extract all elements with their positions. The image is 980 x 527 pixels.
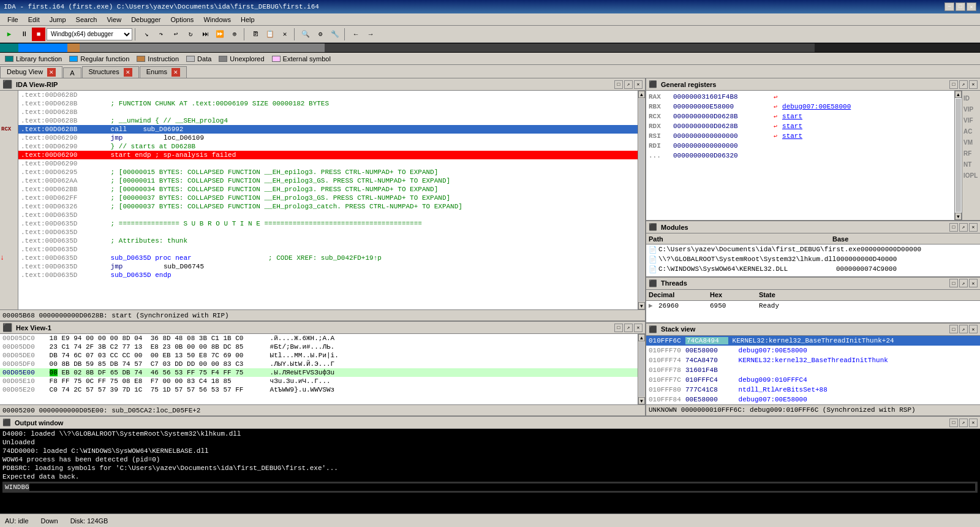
tab-debug-view[interactable]: Debug View ✕ bbox=[0, 66, 62, 78]
menu-help[interactable]: Help bbox=[236, 15, 260, 25]
reg-rcx[interactable]: RCX 0000000000D0628B ↩ start bbox=[649, 112, 952, 121]
code-line-9[interactable]: .text:00D06290 bbox=[18, 159, 638, 168]
code-line-5-selected[interactable]: .text:00D0628B call sub_D06992 bbox=[18, 125, 638, 134]
module-row-1[interactable]: 📄 C:\Users\yazev\Documents\ida\first_DEB… bbox=[646, 245, 980, 254]
toolbar-btn-5[interactable]: ⏭ bbox=[198, 28, 212, 41]
module-row-2[interactable]: 📄 \\?\GLOBALROOT\SystemRoot\System32\lhk… bbox=[646, 254, 980, 264]
code-line-3[interactable]: .text:00D0628B bbox=[18, 108, 638, 116]
mod-float-btn[interactable]: ↗ bbox=[959, 223, 968, 232]
tab-structures-close[interactable]: ✕ bbox=[124, 68, 132, 77]
toolbar-btn-14[interactable]: ← bbox=[349, 28, 363, 41]
code-line-7[interactable]: .text:00D06290 } // starts at D0628B bbox=[18, 142, 638, 151]
thr-float-btn[interactable]: ↗ bbox=[959, 279, 968, 287]
tab-enums-close[interactable]: ✕ bbox=[172, 68, 180, 77]
hex-line-5[interactable]: 00D05E00 08 EB 02 8B DF 65 DB 74 46 56 5… bbox=[0, 368, 638, 377]
stack-row-5[interactable]: 010FFF7C 010FFFC4 debug009:010FFFC4 bbox=[646, 375, 980, 385]
stack-row-1[interactable]: 010FFF6C 74CA8494 KERNEL32:kernel32_Base… bbox=[646, 336, 980, 346]
stack-float-btn[interactable]: ↗ bbox=[959, 325, 968, 333]
code-line-20[interactable]: .text:00D0635D sub_D0635D proc near ; CO… bbox=[18, 254, 638, 262]
reg-close-btn[interactable]: ✕ bbox=[969, 80, 978, 89]
reg-scroll-down[interactable]: ▼ bbox=[955, 213, 962, 220]
thr-restore-btn[interactable]: □ bbox=[949, 279, 958, 287]
rbx-link[interactable]: debug007:00E58000 bbox=[782, 103, 851, 110]
toolbar-btn-13[interactable]: 🔧 bbox=[328, 28, 342, 41]
code-line-12[interactable]: .text:00D062BB ; [00000034 BYTES: COLLAP… bbox=[18, 185, 638, 194]
hex-content[interactable]: 00D05DC0 18 E9 94 00 00 00 8D 04 36 8D 4… bbox=[0, 334, 645, 404]
hex-scroll-up[interactable]: ▲ bbox=[638, 334, 645, 341]
module-row-3[interactable]: 📄 C:\WINDOWS\SysWOW64\KERNEL32.DLL 00000… bbox=[646, 264, 980, 274]
code-line-14[interactable]: .text:00D06326 ; [00000037 BYTES: COLLAP… bbox=[18, 202, 638, 211]
rcx-link[interactable]: start bbox=[782, 113, 802, 120]
menu-search[interactable]: Search bbox=[71, 15, 102, 25]
pause-button[interactable]: ⏸ bbox=[17, 28, 31, 41]
reg-rsp[interactable]: ... 0000000000D06320 bbox=[649, 151, 952, 161]
code-line-2[interactable]: .text:00D0628B ; FUNCTION CHUNK AT .text… bbox=[18, 99, 638, 108]
ida-close-btn[interactable]: ✕ bbox=[634, 80, 643, 89]
toolbar-btn-8[interactable]: 🖹 bbox=[249, 28, 262, 41]
mod-restore-btn[interactable]: □ bbox=[949, 223, 958, 232]
hex-scrollbar[interactable]: ▲ ▼ bbox=[638, 334, 645, 404]
tab-structures[interactable]: Structures ✕ bbox=[82, 66, 139, 78]
hex-line-4[interactable]: 00D05DF0 00 8B DB 59 85 DB 74 57 C7 03 D… bbox=[0, 360, 638, 368]
scroll-down-btn[interactable]: ▼ bbox=[638, 302, 645, 309]
code-line-10[interactable]: .text:00D06295 ; [00000015 BYTES: COLLAP… bbox=[18, 168, 638, 176]
code-line-6[interactable]: .text:00D06290 jmp loc_D06109 bbox=[18, 134, 638, 142]
stack-row-2[interactable]: 010FFF70 00E58000 debug007:00E58000 bbox=[646, 346, 980, 355]
ida-view-scrollbar[interactable]: ▲ ▼ bbox=[638, 91, 645, 309]
hex-close-btn[interactable]: ✕ bbox=[634, 324, 643, 332]
code-line-19[interactable]: .text:00D0635D bbox=[18, 245, 638, 254]
step-into-button[interactable]: ↘ bbox=[140, 28, 153, 41]
out-restore-btn[interactable]: □ bbox=[949, 419, 958, 427]
code-line-18[interactable]: .text:00D0635D ; Attributes: thunk bbox=[18, 237, 638, 245]
reg-rdi[interactable]: RDI 0000000000000000 bbox=[649, 141, 952, 151]
hex-restore-btn[interactable]: □ bbox=[614, 324, 623, 332]
stack-row-7[interactable]: 010FFF84 00E58000 debug007:00E58000 bbox=[646, 395, 980, 404]
scroll-up-btn[interactable]: ▲ bbox=[638, 91, 645, 98]
rdx-link[interactable]: start bbox=[782, 123, 802, 130]
toolbar-btn-9[interactable]: 📋 bbox=[263, 28, 277, 41]
code-line-13[interactable]: .text:00D062FF ; [00000037 BYTES: COLLAP… bbox=[18, 194, 638, 202]
rsi-link[interactable]: start bbox=[782, 132, 802, 140]
code-line-17[interactable]: .text:00D0635D bbox=[18, 228, 638, 237]
maximize-button[interactable]: □ bbox=[956, 2, 965, 11]
reg-float-btn[interactable]: ↗ bbox=[959, 80, 968, 89]
scroll-thumb[interactable] bbox=[639, 99, 644, 301]
code-line-15[interactable]: .text:00D0635D bbox=[18, 211, 638, 219]
reg-rdx[interactable]: RDX 0000000000D0628B ↩ start bbox=[649, 121, 952, 131]
code-line-21[interactable]: .text:00D0635D jmp sub_D06745 bbox=[18, 262, 638, 271]
toolbar-btn-3[interactable]: ↩ bbox=[169, 28, 183, 41]
output-input[interactable] bbox=[29, 483, 975, 491]
code-line-4[interactable]: .text:00D0628B ; __unwind { // __SEH_pro… bbox=[18, 116, 638, 125]
code-line-11[interactable]: .text:00D062AA ; [00000011 BYTES: COLLAP… bbox=[18, 176, 638, 185]
menu-options[interactable]: Options bbox=[165, 15, 198, 25]
out-close-btn[interactable]: ✕ bbox=[969, 419, 978, 427]
ida-float-btn[interactable]: ↗ bbox=[624, 80, 633, 89]
stack-close-btn[interactable]: ✕ bbox=[969, 325, 978, 333]
stack-row-4[interactable]: 010FFF78 31601F4B bbox=[646, 365, 980, 375]
hex-float-btn[interactable]: ↗ bbox=[624, 324, 633, 332]
run-button[interactable]: ▶ bbox=[2, 28, 16, 41]
ida-restore-btn[interactable]: □ bbox=[614, 80, 623, 89]
toolbar-btn-10[interactable]: ✕ bbox=[278, 28, 292, 41]
reg-scroll-thumb[interactable] bbox=[956, 99, 961, 212]
mod-close-btn[interactable]: ✕ bbox=[969, 223, 978, 232]
hex-line-1[interactable]: 00D05DC0 18 E9 94 00 00 00 8D 04 36 8D 4… bbox=[0, 334, 638, 343]
step-over-button[interactable]: ↷ bbox=[154, 28, 168, 41]
thread-row-1[interactable]: ▶ 26960 6950 Ready bbox=[646, 301, 980, 311]
stack-row-6[interactable]: 010FFF80 777C41C8 ntdll_RtlAreBitsSet+88 bbox=[646, 385, 980, 395]
ida-view-content[interactable]: RCX bbox=[0, 91, 645, 309]
debugger-select[interactable]: Windbg(x64) debugger bbox=[47, 28, 132, 40]
close-button[interactable]: ✕ bbox=[967, 2, 976, 11]
minimize-button[interactable]: − bbox=[944, 2, 954, 11]
menu-windows[interactable]: Windows bbox=[198, 15, 236, 25]
menu-file[interactable]: File bbox=[2, 15, 23, 25]
menu-debugger[interactable]: Debugger bbox=[126, 15, 165, 25]
stack-restore-btn[interactable]: □ bbox=[949, 325, 958, 333]
reg-restore-btn[interactable]: □ bbox=[949, 80, 958, 89]
code-line-8-error[interactable]: .text:00D06290 start endp ; sp-analysis … bbox=[18, 151, 638, 159]
hex-scroll-down[interactable]: ▼ bbox=[638, 397, 645, 404]
code-line-16[interactable]: .text:00D0635D ; =============== S U B R… bbox=[18, 219, 638, 228]
stack-row-3[interactable]: 010FFF74 74CA8470 KERNEL32:kernel32_Base… bbox=[646, 355, 980, 365]
stop-button[interactable]: ■ bbox=[32, 28, 45, 41]
menu-view[interactable]: View bbox=[102, 15, 126, 25]
